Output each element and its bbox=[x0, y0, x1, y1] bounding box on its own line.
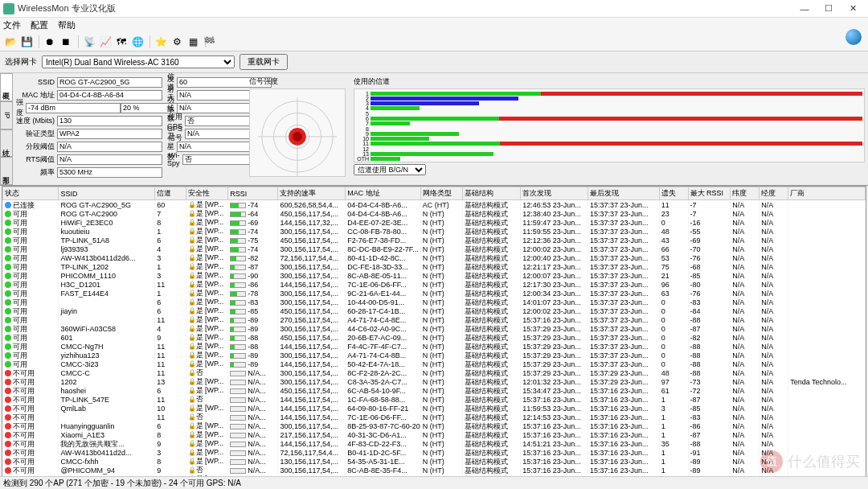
table-row[interactable]: 不可用我的无敌强共顺宝...9🔒是 [WP...N/A...144,156,11… bbox=[3, 439, 866, 448]
menu-config[interactable]: 配置 bbox=[31, 19, 48, 31]
vertical-tabs: 概要 IP 统计 图形 bbox=[0, 73, 13, 185]
minimize-button[interactable]: — bbox=[792, 1, 817, 17]
table-row[interactable]: 可用FAST_E144E41🔒是 [WP...-78300,156,117,54… bbox=[3, 289, 866, 298]
info-col2: 信道 发射功率 天线数 使用 GPS GPS 信号 卫星数 Wi-Spy bbox=[166, 73, 246, 185]
col-14[interactable]: 经度 bbox=[760, 187, 788, 200]
menubar: 文件 配置 帮助 bbox=[0, 18, 868, 32]
table-row[interactable]: 可用TP-LINK_51A86🔒是 [WP...-75450,156,117,5… bbox=[3, 236, 866, 244]
close-button[interactable]: ✕ bbox=[841, 1, 865, 17]
info-col1: SSID MAC 地址 强度 速度 (Mbits) 验证类型 分段阈值 RTS阈… bbox=[13, 73, 166, 185]
maximize-button[interactable]: ☐ bbox=[817, 1, 841, 17]
gauge-panel: 信号强度 bbox=[246, 73, 350, 185]
channel-usage-chart: 12345678910111213OTH bbox=[354, 88, 865, 162]
vtab-graph[interactable]: 图形 bbox=[0, 157, 13, 185]
col-4[interactable]: RSSI bbox=[228, 187, 278, 200]
table-row[interactable]: 可用CMCC-Ng7H11🔒是 [WP...-88144,156,117,54,… bbox=[3, 342, 866, 351]
col-9[interactable]: 首次发现 bbox=[521, 187, 588, 200]
tb-save-icon[interactable]: 💾 bbox=[19, 35, 34, 49]
app-icon bbox=[3, 3, 14, 14]
ssid-field[interactable] bbox=[57, 77, 162, 88]
col-6[interactable]: MAC 地址 bbox=[346, 187, 420, 200]
col-13[interactable]: 纬度 bbox=[731, 187, 760, 200]
col-11[interactable]: 遗失 bbox=[659, 187, 688, 200]
col-7[interactable]: 网络类型 bbox=[420, 187, 463, 200]
table-row[interactable]: 不可用11🔒否N/A...144,156,117,54,...7C-1E-06-… bbox=[3, 413, 866, 421]
tb-cog-icon[interactable]: ⚙ bbox=[170, 35, 184, 49]
table-row[interactable]: 不可用@PHICOMM_949🔒否N/A...300,156,117,54,..… bbox=[3, 466, 866, 475]
menu-help[interactable]: 帮助 bbox=[58, 19, 76, 31]
adapter-select[interactable]: Intel(R) Dual Band Wireless-AC 3160 bbox=[42, 55, 235, 68]
table-row[interactable]: 不可用120213🔒是 [WP...N/A...300,156,117,54,.… bbox=[3, 377, 866, 386]
table-row[interactable]: 可用yizhihua12311🔒是 [WP...-89300,156,117,5… bbox=[3, 351, 866, 360]
table-row[interactable]: 可用HiWiFi_2E3EC08🔒是 [WP...-69144,156,117,… bbox=[3, 218, 866, 227]
gauge-header: 信号强度 bbox=[249, 76, 347, 87]
menu-file[interactable]: 文件 bbox=[3, 19, 21, 31]
frag-field[interactable] bbox=[57, 142, 162, 152]
titlebar: WirelessMon 专业汉化版 — ☐ ✕ bbox=[0, 0, 868, 18]
table-row[interactable]: 不可用AW-W413b0411d2d...3🔒是 [WP...N/A...72,… bbox=[3, 448, 866, 457]
col-5[interactable]: 支持的速率 bbox=[278, 187, 346, 200]
summary-panel: 概要 IP 统计 图形 SSID MAC 地址 强度 速度 (Mbits) 验证… bbox=[0, 73, 868, 186]
col-3[interactable]: 安全性 bbox=[186, 187, 228, 200]
rssi-field[interactable] bbox=[26, 103, 121, 113]
reload-adapter-button[interactable]: 重载网卡 bbox=[240, 54, 288, 70]
tb-graph-icon[interactable]: 📈 bbox=[98, 35, 113, 49]
statusbar: 检测到 290 个AP (271 个加密 - 19 个未加密) - 24 个可用… bbox=[0, 476, 868, 489]
table-row[interactable]: 可用AW-W413b0411d2d6...3🔒是 [WP...-8272,156… bbox=[3, 253, 866, 262]
tb-map-icon[interactable]: 🗺 bbox=[114, 35, 129, 49]
tb-stop-icon[interactable]: ⏹ bbox=[59, 35, 73, 49]
vtab-summary[interactable]: 概要 bbox=[0, 73, 13, 101]
tb-antenna-icon[interactable]: 📡 bbox=[82, 35, 96, 49]
table-row[interactable]: 可用kuoutieiu1🔒是 [WP...-74300,156,117,54,.… bbox=[3, 227, 866, 236]
tb-star-icon[interactable]: ⭐ bbox=[154, 35, 168, 49]
vtab-ip[interactable]: IP bbox=[0, 101, 13, 129]
table-row[interactable]: 不可用haoshei6🔒是 [WP...N/A...450,156,117,54… bbox=[3, 386, 866, 395]
rts-field[interactable] bbox=[57, 154, 162, 165]
table-row[interactable]: 可用TP-LINK_12021🔒是 [WP...-87300,156,117,5… bbox=[3, 262, 866, 271]
table-row[interactable]: 已连接ROG GT-AC2900_5G60🔒是 [WP...-74600,526… bbox=[3, 200, 866, 210]
table-row[interactable]: 可用6🔒是 [WP...-83300,156,117,54,...10-44-0… bbox=[3, 298, 866, 306]
col-10[interactable]: 最后发现 bbox=[588, 187, 660, 200]
col-1[interactable]: SSID bbox=[59, 187, 155, 200]
channels-header: 使用的信道 bbox=[354, 76, 865, 87]
table-row[interactable]: 可用6019🔒是 [WP...-88450,156,117,54,...20-6… bbox=[3, 333, 866, 342]
grid-header[interactable]: 状态SSID信道安全性RSSI支持的速率MAC 地址网络类型基础结构首次发现最后… bbox=[3, 187, 866, 200]
adapter-row: 选择网卡 Intel(R) Dual Band Wireless-AC 3160… bbox=[0, 51, 868, 73]
table-row[interactable]: 可用CMCC-3i2311🔒是 [WP...-89144,156,117,54,… bbox=[3, 360, 866, 368]
table-row[interactable]: 不可用Huanyingguanlin6🔒是 [WP...N/A...300,15… bbox=[3, 421, 866, 430]
col-0[interactable]: 状态 bbox=[3, 187, 59, 200]
table-row[interactable]: 可用jiayin6🔒是 [WP...-85450,156,117,54,...6… bbox=[3, 306, 866, 315]
table-row[interactable]: 可用11🔒是 [WP...-89270,156,117,54,...A4-71-… bbox=[3, 315, 866, 324]
toolbar: 📂 💾 ⏺ ⏹ 📡 📈 🗺 🌐 ⭐ ⚙ ▦ 🏁 bbox=[0, 32, 868, 51]
tb-world-icon[interactable]: 🌐 bbox=[130, 35, 145, 49]
auth-field[interactable] bbox=[57, 129, 162, 139]
tb-grid-icon[interactable]: ▦ bbox=[186, 35, 200, 49]
table-row[interactable]: 可用360WiFi-A03C584🔒是 [WP...-89300,156,117… bbox=[3, 324, 866, 333]
table-row[interactable]: 可用PHICOMM_11103🔒是 [WP...-90300,156,117,5… bbox=[3, 271, 866, 280]
svg-point-6 bbox=[293, 132, 302, 142]
tb-open-icon[interactable]: 📂 bbox=[3, 35, 18, 49]
table-row[interactable]: 不可用CMCC-C11🔒否N/A...300,156,117,54,...8C-… bbox=[3, 368, 866, 377]
table-row[interactable]: 不可用CMCC-fxhh8🔒是 [WP...N/A...130,156,117,… bbox=[3, 457, 866, 466]
table-row[interactable]: 可用ROG GT-AC29007🔒是 [WP...-64450,156,117,… bbox=[3, 209, 866, 218]
table-row[interactable]: 不可用TP-LINK_547E11🔒否N/A...144,156,117,54,… bbox=[3, 395, 866, 404]
table-row[interactable]: 可用H3C_D120111🔒是 [WP...-86144,156,117,54,… bbox=[3, 280, 866, 289]
globe-icon bbox=[845, 29, 862, 45]
tb-record-icon[interactable]: ⏺ bbox=[43, 35, 57, 49]
channel-band-select[interactable]: 信道使用 B/G/N bbox=[354, 164, 426, 175]
mac-field[interactable] bbox=[57, 90, 162, 101]
col-15[interactable]: 厂商 bbox=[788, 187, 866, 200]
vtab-stats[interactable]: 统计 bbox=[0, 129, 13, 158]
table-row[interactable]: 可用lj9393934🔒是 [WP...-74300,156,117,54,..… bbox=[3, 244, 866, 253]
adapter-label: 选择网卡 bbox=[5, 56, 37, 68]
tb-flag-icon[interactable]: 🏁 bbox=[202, 35, 216, 49]
table-row[interactable]: 不可用Xiaomi_A1E38🔒是 [WP...N/A...217,156,11… bbox=[3, 430, 866, 439]
ap-grid[interactable]: 状态SSID信道安全性RSSI支持的速率MAC 地址网络类型基础结构首次发现最后… bbox=[2, 186, 866, 489]
speed-field[interactable] bbox=[57, 116, 162, 126]
table-row[interactable]: 不可用QmlLab10🔒是 [WP...N/A...144,156,117,54… bbox=[3, 404, 866, 413]
col-2[interactable]: 信道 bbox=[155, 187, 186, 200]
freq-field[interactable] bbox=[57, 167, 162, 178]
window-title: WirelessMon 专业汉化版 bbox=[18, 2, 792, 14]
col-12[interactable]: 最大 RSSI bbox=[688, 187, 731, 200]
col-8[interactable]: 基础结构 bbox=[463, 187, 521, 200]
